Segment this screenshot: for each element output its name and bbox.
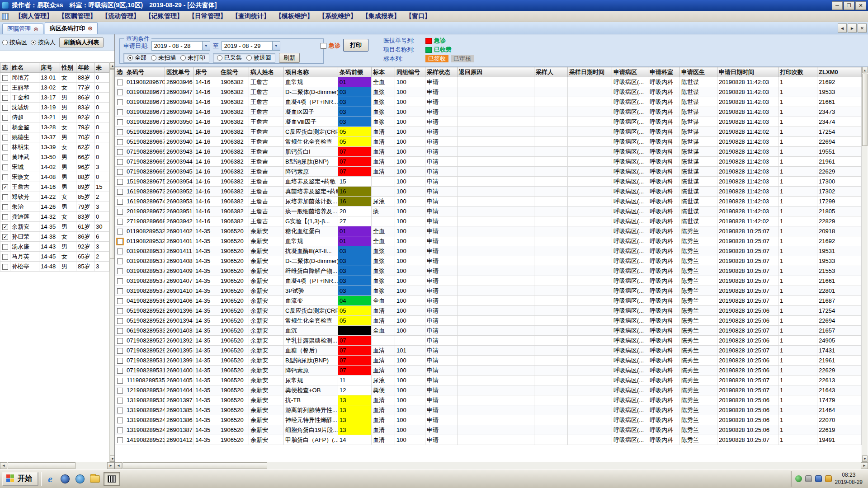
row-checkbox[interactable]	[117, 189, 123, 195]
row-checkbox[interactable]	[117, 80, 123, 85]
ie-icon[interactable]: e	[44, 473, 57, 485]
close-button[interactable]: ✕	[855, 1, 866, 10]
table-row[interactable]: 0319082895372690140814-351906520余新安D-二聚体…	[115, 256, 862, 266]
patient-row[interactable]: 郑钦芳14-22女85岁2	[0, 192, 109, 202]
table-row[interactable]: 0719082896692690394514-161906382王詹吉降钙素原0…	[115, 167, 862, 177]
filter-radio[interactable]: 已采集	[217, 54, 242, 62]
patient-checkbox[interactable]	[2, 264, 8, 270]
table-row[interactable]: 0619082895332690140314-351906520余新安血沉06全…	[115, 326, 862, 336]
patient-row[interactable]: 宋城14-02男96岁3	[0, 162, 109, 172]
patient-row[interactable]: 林明朱13-39女62岁0	[0, 142, 109, 152]
menu-item[interactable]: 【记账管理】	[142, 12, 186, 20]
filter-radio[interactable]: 未扫描	[151, 54, 176, 62]
menu-item[interactable]: 【流动管理】	[99, 12, 142, 20]
patient-row[interactable]: 马月英14-45女65岁2	[0, 252, 109, 262]
scroll-left-icon[interactable]: ◄	[0, 462, 7, 469]
patient-row[interactable]: 王丽琴13-02女77岁0	[0, 83, 109, 93]
table-row[interactable]: 0319082896712690394714-161906382王詹吉D-二聚体…	[115, 87, 862, 97]
tab-close-all-icon[interactable]: ✕	[858, 23, 867, 33]
patient-row[interactable]: 朱治14-26男79岁3	[0, 202, 109, 212]
patient-checkbox[interactable]	[2, 204, 8, 210]
patient-checkbox[interactable]: ✓	[2, 224, 8, 230]
scrollbar-thumb[interactable]	[8, 462, 75, 469]
menu-item[interactable]: 【集成报表】	[359, 12, 403, 20]
refresh-patient-list-button[interactable]: 刷新病人列表	[59, 38, 104, 47]
row-checkbox[interactable]	[117, 408, 123, 413]
menu-item[interactable]: 【日常管理】	[186, 12, 229, 20]
table-row[interactable]: 1519082896752690395414-161906382王詹吉血培养及鉴…	[115, 177, 862, 187]
patient-row[interactable]: ✓余新安14-35男61岁30	[0, 222, 109, 232]
row-checkbox[interactable]	[117, 378, 123, 384]
row-checkbox[interactable]	[117, 318, 123, 324]
tab-scroll-left-icon[interactable]: ◄	[838, 23, 847, 33]
row-checkbox[interactable]	[117, 129, 123, 135]
scroll-down-icon[interactable]: ▼	[862, 455, 868, 462]
menu-item[interactable]: 【医嘱管理】	[56, 12, 99, 20]
row-checkbox[interactable]	[117, 437, 123, 443]
patient-checkbox[interactable]: ✓	[2, 234, 8, 240]
menu-item[interactable]: 【查询统计】	[229, 12, 273, 20]
table-row[interactable]: 0119082895322690140214-351906520余新安糖化血红蛋…	[115, 226, 862, 236]
patient-checkbox[interactable]: ✓	[2, 184, 8, 190]
minimize-button[interactable]: ─	[832, 1, 843, 10]
row-checkbox[interactable]	[117, 169, 123, 175]
row-checkbox[interactable]	[117, 278, 123, 284]
folder-icon[interactable]	[89, 473, 101, 485]
row-checkbox[interactable]	[117, 149, 123, 155]
table-row[interactable]: 0319082895372690141114-351906520余新安抗凝血酶Ⅲ…	[115, 246, 862, 256]
row-checkbox[interactable]	[117, 268, 123, 274]
scroll-down-icon[interactable]: ▼	[110, 455, 114, 462]
patient-row[interactable]: 沈诚圻13-19男83岁0	[0, 103, 109, 113]
filter-radio[interactable]: 未打印	[180, 54, 205, 62]
patient-row[interactable]: 汤永廉14-43男92岁3	[0, 242, 109, 252]
table-row[interactable]: 0719082896692690394414-161906382王詹吉B型钠尿肽…	[115, 157, 862, 167]
table-row[interactable]: 1319082895302690139714-351906520余新安抗-TB1…	[115, 395, 862, 405]
table-vscrollbar[interactable]: ▲ ▼	[862, 67, 868, 462]
patient-checkbox[interactable]	[2, 115, 8, 121]
filter-radio[interactable]: 全部	[127, 54, 146, 62]
patient-checkbox[interactable]	[2, 135, 8, 141]
patient-list-vscrollbar[interactable]: ▲ ▼	[109, 62, 114, 462]
row-checkbox[interactable]	[117, 119, 123, 125]
maximize-button[interactable]: ❐	[844, 1, 854, 10]
tab-scroll-right-icon[interactable]: ►	[848, 23, 857, 33]
table-hscrollbar[interactable]: ◄ ►	[115, 462, 868, 469]
menu-item[interactable]: 【窗口】	[403, 12, 434, 20]
row-checkbox[interactable]	[117, 209, 123, 215]
filter-radio[interactable]: 被退回	[246, 54, 271, 62]
scrollbar-thumb[interactable]	[110, 69, 114, 259]
row-checkbox[interactable]	[117, 418, 123, 423]
table-row[interactable]: 0419082895362690140614-351906520余新安血流变04…	[115, 296, 862, 306]
date-from-select[interactable]: 2019 - 08 - 28 ▼	[151, 41, 210, 51]
patient-row[interactable]: 姚德生13-37男70岁0	[0, 132, 109, 142]
table-row[interactable]: 0519082895282690139614-351906520余新安C反应蛋白…	[115, 306, 862, 316]
scrollbar-track[interactable]	[76, 462, 107, 469]
patient-checkbox[interactable]	[2, 214, 8, 220]
tab-close-icon[interactable]: ⊗	[33, 26, 38, 32]
emergency-checkbox[interactable]: 急诊	[321, 42, 340, 50]
table-row[interactable]: 0719082896692690394314-161906382王詹吉肌钙蛋白I…	[115, 147, 862, 157]
table-row[interactable]: 1319082895242690138614-351906520余新安神经元特异…	[115, 415, 862, 425]
row-checkbox[interactable]	[117, 258, 123, 264]
scrollbar-track[interactable]	[268, 462, 861, 469]
row-checkbox[interactable]	[117, 368, 123, 374]
patient-row[interactable]: 邱艳芳13-01女88岁0	[0, 73, 109, 83]
dropdown-icon[interactable]: ▼	[272, 41, 280, 51]
table-row[interactable]: 0319082896712690394914-161906382王詹吉凝血Ⅸ因子…	[115, 107, 862, 117]
patient-row[interactable]: 宋焕文14-08男88岁0	[0, 172, 109, 182]
table-row[interactable]: 0519082895282690139414-351906520余新安常规生化全…	[115, 316, 862, 326]
table-row[interactable]: 0319082895372690140714-351906520余新安血凝4项（…	[115, 276, 862, 286]
row-checkbox[interactable]	[117, 427, 123, 433]
tray-antivirus-icon[interactable]	[795, 475, 802, 482]
table-row[interactable]: 1119082895352690140514-351906520余新安尿常规11…	[115, 375, 862, 385]
scroll-left-icon[interactable]: ◄	[115, 462, 122, 469]
scroll-right-icon[interactable]: ►	[861, 462, 868, 469]
patient-checkbox[interactable]	[2, 95, 8, 101]
row-checkbox[interactable]	[117, 388, 123, 394]
row-checkbox[interactable]	[117, 239, 123, 244]
taskbar-app-button[interactable]	[104, 472, 120, 486]
globe-icon[interactable]	[74, 473, 86, 485]
table-row[interactable]: 2719082896682690394214-161906382王詹吉G实验【(…	[115, 216, 862, 226]
row-checkbox[interactable]	[117, 99, 123, 105]
table-row[interactable]: 1619082896742690395314-161906382王詹吉尿培养加菌…	[115, 197, 862, 206]
